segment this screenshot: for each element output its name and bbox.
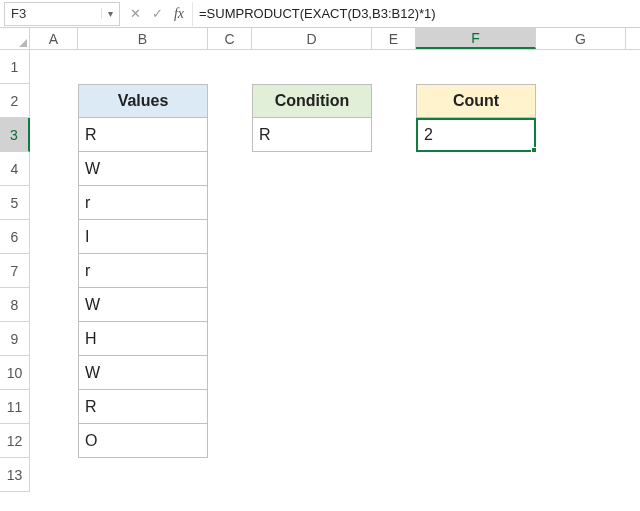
cell-A11[interactable]: [30, 390, 78, 424]
header-count[interactable]: Count: [416, 84, 536, 118]
cell-D9[interactable]: [252, 322, 372, 356]
cell-F13[interactable]: [416, 458, 536, 492]
cell-G5[interactable]: [536, 186, 626, 220]
cell-E10[interactable]: [372, 356, 416, 390]
cell-E4[interactable]: [372, 152, 416, 186]
cell-E2[interactable]: [372, 84, 416, 118]
cell-C13[interactable]: [208, 458, 252, 492]
cell-C3[interactable]: [208, 118, 252, 152]
cell-B3[interactable]: R: [78, 118, 208, 152]
cell-D12[interactable]: [252, 424, 372, 458]
cell-A3[interactable]: [30, 118, 78, 152]
cell-B1[interactable]: [78, 50, 208, 84]
row-header-5[interactable]: 5: [0, 186, 30, 220]
cell-G9[interactable]: [536, 322, 626, 356]
cell-C7[interactable]: [208, 254, 252, 288]
cell-F1[interactable]: [416, 50, 536, 84]
cell-F5[interactable]: [416, 186, 536, 220]
cell-D6[interactable]: [252, 220, 372, 254]
cell-F12[interactable]: [416, 424, 536, 458]
row-header-10[interactable]: 10: [0, 356, 30, 390]
cell-D7[interactable]: [252, 254, 372, 288]
cell-C11[interactable]: [208, 390, 252, 424]
row-header-11[interactable]: 11: [0, 390, 30, 424]
col-header-G[interactable]: G: [536, 28, 626, 49]
cell-G3[interactable]: [536, 118, 626, 152]
chevron-down-icon[interactable]: ▾: [101, 8, 119, 19]
cell-F7[interactable]: [416, 254, 536, 288]
row-header-8[interactable]: 8: [0, 288, 30, 322]
cell-B9[interactable]: H: [78, 322, 208, 356]
col-header-B[interactable]: B: [78, 28, 208, 49]
cell-C5[interactable]: [208, 186, 252, 220]
cell-G13[interactable]: [536, 458, 626, 492]
cell-G8[interactable]: [536, 288, 626, 322]
cell-E1[interactable]: [372, 50, 416, 84]
cell-A4[interactable]: [30, 152, 78, 186]
cell-B7[interactable]: r: [78, 254, 208, 288]
cell-F8[interactable]: [416, 288, 536, 322]
row-header-6[interactable]: 6: [0, 220, 30, 254]
cell-E3[interactable]: [372, 118, 416, 152]
cell-B10[interactable]: W: [78, 356, 208, 390]
formula-input[interactable]: =SUMPRODUCT(EXACT(D3,B3:B12)*1): [192, 2, 640, 26]
cell-B13[interactable]: [78, 458, 208, 492]
cancel-icon[interactable]: ✕: [124, 2, 146, 26]
cell-A13[interactable]: [30, 458, 78, 492]
cell-F11[interactable]: [416, 390, 536, 424]
cell-D11[interactable]: [252, 390, 372, 424]
cell-D10[interactable]: [252, 356, 372, 390]
cell-A6[interactable]: [30, 220, 78, 254]
cell-B11[interactable]: R: [78, 390, 208, 424]
cell-C6[interactable]: [208, 220, 252, 254]
cell-A12[interactable]: [30, 424, 78, 458]
cell-F9[interactable]: [416, 322, 536, 356]
col-header-D[interactable]: D: [252, 28, 372, 49]
cell-F4[interactable]: [416, 152, 536, 186]
cell-B8[interactable]: W: [78, 288, 208, 322]
header-condition[interactable]: Condition: [252, 84, 372, 118]
cell-D3[interactable]: R: [252, 118, 372, 152]
cell-B4[interactable]: W: [78, 152, 208, 186]
cell-G4[interactable]: [536, 152, 626, 186]
check-icon[interactable]: ✓: [146, 2, 168, 26]
col-header-C[interactable]: C: [208, 28, 252, 49]
cell-A7[interactable]: [30, 254, 78, 288]
cell-D5[interactable]: [252, 186, 372, 220]
row-header-2[interactable]: 2: [0, 84, 30, 118]
name-box[interactable]: F3 ▾: [4, 2, 120, 26]
cell-C9[interactable]: [208, 322, 252, 356]
cell-F10[interactable]: [416, 356, 536, 390]
cell-G1[interactable]: [536, 50, 626, 84]
row-header-3[interactable]: 3: [0, 118, 30, 152]
cell-C1[interactable]: [208, 50, 252, 84]
cell-E6[interactable]: [372, 220, 416, 254]
cell-A9[interactable]: [30, 322, 78, 356]
cell-D8[interactable]: [252, 288, 372, 322]
cell-A8[interactable]: [30, 288, 78, 322]
cell-G2[interactable]: [536, 84, 626, 118]
cell-E13[interactable]: [372, 458, 416, 492]
cell-A10[interactable]: [30, 356, 78, 390]
cell-A1[interactable]: [30, 50, 78, 84]
row-header-12[interactable]: 12: [0, 424, 30, 458]
header-values[interactable]: Values: [78, 84, 208, 118]
cell-B5[interactable]: r: [78, 186, 208, 220]
fx-icon[interactable]: fx: [168, 2, 190, 26]
cell-F6[interactable]: [416, 220, 536, 254]
cell-G6[interactable]: [536, 220, 626, 254]
col-header-F[interactable]: F: [416, 28, 536, 49]
cell-E7[interactable]: [372, 254, 416, 288]
cell-C12[interactable]: [208, 424, 252, 458]
cell-C8[interactable]: [208, 288, 252, 322]
cell-E8[interactable]: [372, 288, 416, 322]
cell-E9[interactable]: [372, 322, 416, 356]
cell-G10[interactable]: [536, 356, 626, 390]
cell-B6[interactable]: I: [78, 220, 208, 254]
cell-F3[interactable]: 2: [416, 118, 536, 152]
col-header-A[interactable]: A: [30, 28, 78, 49]
col-header-E[interactable]: E: [372, 28, 416, 49]
cell-C2[interactable]: [208, 84, 252, 118]
cell-A2[interactable]: [30, 84, 78, 118]
row-header-7[interactable]: 7: [0, 254, 30, 288]
